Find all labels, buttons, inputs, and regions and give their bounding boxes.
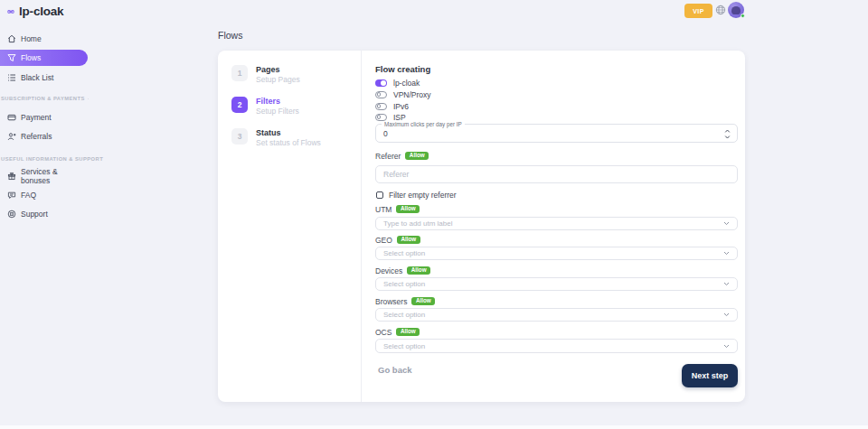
isp-toggle[interactable] (375, 114, 387, 121)
black-list-icon (7, 73, 16, 82)
vpn-proxy-toggle[interactable] (375, 91, 387, 98)
step-title: Status (256, 128, 321, 138)
sidebar-item-label: FAQ (21, 191, 36, 200)
next-step-button[interactable]: Next step (682, 364, 738, 387)
sidebar-item-label: Services & bonuses (21, 167, 88, 185)
ocs-label-row: OCS Allow (375, 327, 420, 337)
sidebar-item-faq[interactable]: FAQ (0, 187, 88, 203)
brand-logo[interactable]: lp-cloak (6, 5, 63, 18)
sidebar-section-subscription: SUBSCRIPTION & PAYMENTS (1, 95, 88, 102)
devices-label-row: Devices Allow (375, 266, 430, 275)
geo-select[interactable]: Select option (375, 247, 738, 260)
sidebar-item-label: Black List (21, 73, 53, 82)
wizard-step-filters[interactable]: 2 Filters Setup Filters (231, 97, 299, 117)
sidebar-item-label: Home (21, 34, 42, 43)
browsers-select[interactable]: Select option (375, 308, 738, 322)
vip-button[interactable]: VIP (684, 4, 712, 18)
sidebar-item-support[interactable]: Support (0, 206, 88, 222)
wizard-step-status[interactable]: 3 Status Set status of Flows (231, 128, 321, 148)
globe-icon[interactable] (715, 5, 726, 15)
step-number: 2 (231, 97, 248, 113)
step-subtitle: Setup Filters (256, 107, 299, 117)
step-number: 3 (231, 128, 248, 145)
online-status-dot (741, 14, 745, 18)
devices-label: Devices (375, 266, 402, 275)
referer-input[interactable] (375, 165, 738, 183)
toggle-knob (377, 104, 382, 108)
sidebar-item-label: Flows (21, 53, 41, 62)
sidebar-item-home[interactable]: Home (0, 31, 88, 47)
filter-empty-referrer-checkbox[interactable] (376, 191, 383, 199)
chevron-down-icon (723, 282, 730, 286)
home-icon (7, 34, 16, 43)
step-number: 1 (231, 65, 248, 81)
devices-select[interactable]: Select option (375, 277, 738, 291)
sidebar-item-black-list[interactable]: Black List (0, 70, 88, 86)
step-title: Filters (256, 97, 299, 107)
go-back-button[interactable]: Go back (378, 365, 412, 375)
utm-allow-badge[interactable]: Allow (396, 205, 420, 213)
faq-icon (7, 191, 16, 200)
referer-label-row: Referer Allow (375, 151, 429, 161)
chevron-down-icon (723, 251, 730, 256)
checkbox-label: Filter empty referrer (389, 191, 457, 200)
mask-icon (6, 7, 15, 16)
utm-label: UTM (375, 205, 392, 214)
sidebar-item-label: Payment (21, 113, 52, 122)
geo-label: GEO (375, 236, 392, 245)
page-title: Flows (218, 30, 242, 41)
referer-allow-badge[interactable]: Allow (405, 152, 429, 160)
card-divider (361, 51, 362, 402)
form-title: Flow creating (375, 64, 430, 74)
app-root: lp-cloak Home Flows Black List SUBSCRIPT… (0, 0, 868, 429)
brand-name: lp-cloak (19, 5, 63, 18)
browsers-label: Browsers (375, 297, 407, 306)
filter-empty-referrer-row[interactable]: Filter empty referrer (376, 191, 457, 200)
utm-select[interactable]: Type to add utm label (375, 217, 738, 230)
select-placeholder: Select option (383, 342, 723, 350)
toggle-knob (377, 92, 382, 97)
max-clicks-input[interactable] (383, 125, 709, 142)
flow-creating-card: 1 Pages Setup Pages 2 Filters Setup Filt… (218, 51, 745, 402)
sidebar-item-services-bonuses[interactable]: Services & bonuses (0, 168, 88, 184)
toggle-label: IPv6 (393, 102, 409, 111)
ocs-select[interactable]: Select option (375, 339, 738, 353)
chevron-down-icon (723, 221, 730, 226)
avatar[interactable] (728, 2, 744, 18)
sidebar-item-label: Support (21, 210, 48, 219)
step-subtitle: Setup Pages (256, 75, 300, 85)
toggle-knob (381, 80, 386, 86)
devices-allow-badge[interactable]: Allow (407, 266, 430, 275)
wizard-step-pages[interactable]: 1 Pages Setup Pages (231, 65, 300, 85)
number-stepper-icon[interactable] (724, 128, 731, 140)
section-title: SUBSCRIPTION & PAYMENTS (1, 96, 85, 101)
toggle-knob (377, 115, 382, 119)
ocs-label: OCS (375, 328, 392, 337)
sidebar-item-referrals[interactable]: Referrals (0, 128, 88, 145)
step-title: Pages (256, 65, 300, 75)
chevron-down-icon (723, 312, 730, 317)
toggle-label: VPN/Proxy (393, 90, 431, 99)
step-subtitle: Set status of Flows (256, 138, 321, 148)
lp-cloak-toggle[interactable] (375, 79, 387, 87)
browsers-label-row: Browsers Allow (375, 296, 435, 306)
select-placeholder: Select option (383, 249, 723, 257)
window-bottom-edge (0, 425, 868, 429)
sidebar-item-flows[interactable]: Flows (0, 50, 88, 66)
ocs-allow-badge[interactable]: Allow (396, 328, 420, 336)
sidebar-item-payment[interactable]: Payment (0, 109, 88, 126)
support-icon (7, 210, 16, 219)
sidebar: lp-cloak Home Flows Black List SUBSCRIPT… (0, 0, 88, 429)
select-placeholder: Select option (383, 311, 723, 319)
geo-label-row: GEO Allow (375, 235, 420, 245)
referer-label: Referer (375, 152, 401, 161)
geo-allow-badge[interactable]: Allow (397, 236, 420, 244)
toggle-row-lp-cloak: lp-cloak (375, 79, 420, 88)
referrals-icon (7, 132, 16, 141)
max-clicks-field: Maximum clicks per day per IP (375, 124, 738, 143)
section-title: USEFUL INFORMATION & SUPPORT (1, 156, 103, 162)
ipv6-toggle[interactable] (375, 103, 387, 110)
flows-icon (7, 53, 16, 62)
filters-form: Flow creating lp-cloak VPN/Proxy IPv6 IS… (375, 51, 738, 402)
browsers-allow-badge[interactable]: Allow (411, 297, 435, 305)
